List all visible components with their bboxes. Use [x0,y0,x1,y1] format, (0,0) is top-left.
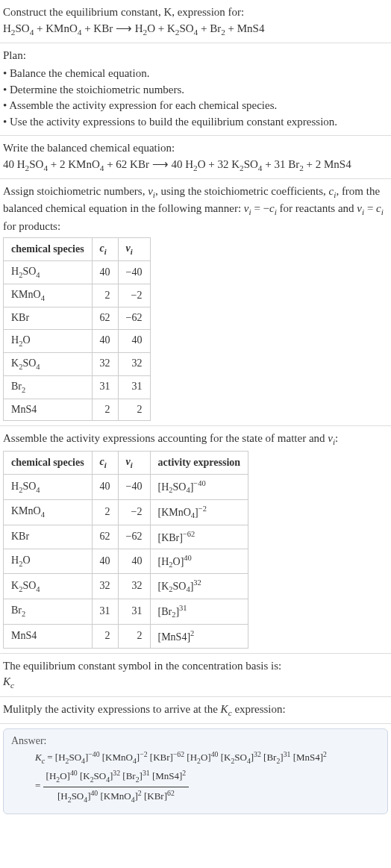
cell-expr: [H2O]40 [150,549,248,574]
cell-species: MnS4 [4,399,93,420]
cell-species: H2O [4,329,93,352]
cell-species: KMnO4 [4,284,93,307]
cell-species: KBr [4,307,93,329]
table-row: H2O4040 [4,329,151,352]
cell-ci: 40 [92,329,118,352]
cell-vi: 31 [118,599,150,624]
cell-vi: −62 [118,525,150,549]
table-row: H2SO440−40 [4,261,151,284]
cell-ci: 31 [92,599,118,624]
activity-table: chemical species ci νi activity expressi… [3,451,248,648]
cell-ci: 2 [92,499,118,525]
cell-ci: 40 [92,549,118,574]
cell-species: KMnO4 [4,499,93,525]
table-row: KMnO42−2 [4,284,151,307]
cell-species: K2SO4 [4,574,93,599]
table-row: Br23131[Br2]31 [4,599,248,624]
cell-ci: 32 [92,574,118,599]
cell-ci: 32 [92,352,118,375]
table-row: Br23131 [4,375,151,399]
col-species: chemical species [4,238,93,261]
answer-fraction: [H2O]40 [K2SO4]32 [Br2]31 [MnS4]2 [H2SO4… [43,767,190,806]
plan-list: Balance the chemical equation. Determine… [3,66,388,131]
col-vi: νi [118,238,150,261]
fraction-numerator: [H2O]40 [K2SO4]32 [Br2]31 [MnS4]2 [43,767,190,786]
cell-expr: [KMnO4]−2 [150,499,248,525]
cell-species: KBr [4,525,93,549]
activity-heading: Assemble the activity expressions accoun… [3,431,388,448]
cell-expr: [K2SO4]32 [150,574,248,599]
cell-vi: 32 [118,352,150,375]
col-vi: νi [118,452,150,475]
table-row: KBr62−62 [4,307,151,329]
cell-species: H2SO4 [4,475,93,500]
cell-ci: 2 [92,399,118,420]
cell-vi: −62 [118,307,150,329]
cell-species: Br2 [4,375,93,399]
balanced-section: Write the balanced chemical equation: 40… [0,136,391,179]
cell-vi: −2 [118,499,150,525]
stoich-section: Assign stoichiometric numbers, νi, using… [0,179,391,426]
intro-equation: H2SO4 + KMnO4 + KBr ⟶ H2O + K2SO4 + Br2 … [3,21,388,38]
answer-label: Answer: [11,735,380,747]
cell-vi: 40 [118,329,150,352]
cell-ci: 40 [92,475,118,500]
col-ci: ci [92,238,118,261]
cell-ci: 40 [92,261,118,284]
cell-species: K2SO4 [4,352,93,375]
cell-expr: [H2SO4]−40 [150,475,248,500]
plan-item: Determine the stoichiometric numbers. [3,82,388,99]
table-row: H2SO440−40[H2SO4]−40 [4,475,248,500]
multiply-section: Mulitply the activity expressions to arr… [0,697,391,724]
table-header-row: chemical species ci νi activity expressi… [4,452,248,475]
table-row: KMnO42−2[KMnO4]−2 [4,499,248,525]
answer-section: Answer: Kc = [H2SO4]−40 [KMnO4]−2 [KBr]−… [0,724,391,819]
col-expr: activity expression [150,452,248,475]
cell-vi: 31 [118,375,150,399]
kc-symbol-section: The equilibrium constant symbol in the c… [0,654,391,697]
cell-vi: −40 [118,261,150,284]
cell-ci: 62 [92,307,118,329]
fraction-denominator: [H2SO4]40 [KMnO4]2 [KBr]62 [43,787,190,806]
col-ci: ci [92,452,118,475]
cell-vi: 40 [118,549,150,574]
cell-vi: 32 [118,574,150,599]
cell-vi: 2 [118,624,150,648]
cell-vi: 2 [118,399,150,420]
cell-vi: −2 [118,284,150,307]
activity-section: Assemble the activity expressions accoun… [0,426,391,654]
cell-ci: 62 [92,525,118,549]
answer-line1: Kc = [H2SO4]−40 [KMnO4]−2 [KBr]−62 [H2O]… [35,749,380,767]
cell-ci: 2 [92,624,118,648]
balanced-heading: Write the balanced chemical equation: [3,140,388,157]
plan-section: Plan: Balance the chemical equation. Det… [0,43,391,136]
table-row: K2SO43232 [4,352,151,375]
cell-expr: [Br2]31 [150,599,248,624]
cell-expr: [MnS4]2 [150,624,248,648]
kc-symbol-heading: The equilibrium constant symbol in the c… [3,658,388,675]
table-row: MnS422[MnS4]2 [4,624,248,648]
answer-box: Answer: Kc = [H2SO4]−40 [KMnO4]−2 [KBr]−… [3,728,388,814]
table-header-row: chemical species ci νi [4,238,151,261]
table-row: KBr62−62[KBr]−62 [4,525,248,549]
col-species: chemical species [4,452,93,475]
cell-expr: [KBr]−62 [150,525,248,549]
answer-line2: = [H2O]40 [K2SO4]32 [Br2]31 [MnS4]2 [H2S… [35,767,380,806]
cell-species: H2O [4,549,93,574]
multiply-heading: Mulitply the activity expressions to arr… [3,702,388,719]
cell-species: Br2 [4,599,93,624]
plan-item: Use the activity expressions to build th… [3,114,388,131]
cell-species: H2SO4 [4,261,93,284]
cell-ci: 2 [92,284,118,307]
balanced-equation: 40 H2SO4 + 2 KMnO4 + 62 KBr ⟶ 40 H2O + 3… [3,157,388,174]
table-row: MnS422 [4,399,151,420]
plan-item: Assemble the activity expression for eac… [3,98,388,114]
intro-section: Construct the equilibrium constant, K, e… [0,0,391,43]
cell-ci: 31 [92,375,118,399]
stoich-heading: Assign stoichiometric numbers, νi, using… [3,184,388,234]
cell-vi: −40 [118,475,150,500]
kc-symbol: Kc [3,674,388,691]
plan-item: Balance the chemical equation. [3,66,388,82]
table-row: H2O4040[H2O]40 [4,549,248,574]
table-row: K2SO43232[K2SO4]32 [4,574,248,599]
